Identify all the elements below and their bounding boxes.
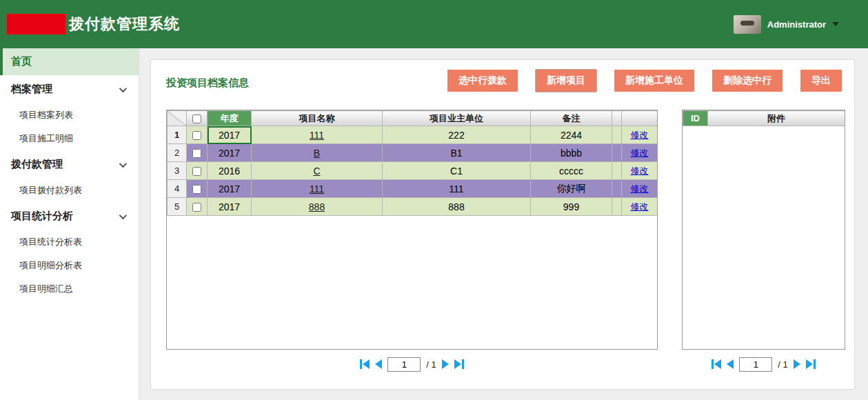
add-construction-unit-button[interactable]: 新增施工单位: [614, 70, 694, 92]
project-name-link[interactable]: 888: [309, 201, 325, 212]
table-row[interactable]: 52017888888999修改: [168, 198, 658, 216]
cell-owner-unit: C1: [383, 162, 531, 180]
app-title: 拨付款管理系统: [69, 14, 180, 34]
avatar: [734, 15, 761, 34]
header-owner-unit[interactable]: 项目业主单位: [383, 111, 531, 126]
first-page-button[interactable]: [711, 359, 721, 369]
table-row[interactable]: 22017BB1bbbb修改: [168, 144, 658, 162]
last-page-button[interactable]: [806, 359, 816, 369]
sidebar-group-archive-management[interactable]: 档案管理: [0, 75, 139, 103]
user-name: Administrator: [767, 19, 826, 30]
sidebar-item-project-construction-detail[interactable]: 项目施工明细: [0, 127, 139, 150]
sidebar-item-project-archive-list[interactable]: 项目档案列表: [0, 103, 139, 127]
edit-link[interactable]: 修改: [631, 148, 649, 158]
edit-link[interactable]: 修改: [631, 130, 649, 140]
header-spacer: [612, 111, 622, 126]
header-year[interactable]: 年度: [208, 111, 252, 126]
sidebar-item-label: 首页: [11, 55, 32, 67]
user-menu[interactable]: Administrator: [734, 15, 839, 34]
projects-table-container: 年度 项目名称 项目业主单位 备注 120171112222244修改22017…: [166, 110, 658, 350]
prev-page-button[interactable]: [727, 359, 734, 369]
cell-year[interactable]: 2016: [208, 162, 252, 180]
cell-year[interactable]: 2017: [208, 144, 252, 162]
header-id[interactable]: ID: [683, 111, 708, 126]
sidebar-item-project-payment-list[interactable]: 项目拨付款列表: [0, 179, 139, 202]
cell-edit[interactable]: 修改: [622, 162, 658, 180]
sidebar-item-label: 项目明细分析表: [19, 260, 82, 270]
cell-edit[interactable]: 修改: [622, 198, 658, 216]
select-all-checkbox[interactable]: [192, 114, 201, 123]
project-name-link[interactable]: 111: [310, 130, 324, 141]
sidebar-item-label: 项目档案列表: [19, 110, 73, 120]
sidebar-group-project-statistics[interactable]: 项目统计分析: [0, 202, 139, 230]
next-page-button[interactable]: [442, 359, 449, 369]
cell-owner-unit: 111: [383, 180, 531, 198]
project-name-link[interactable]: 111: [310, 183, 324, 194]
add-project-button[interactable]: 新增项目: [536, 70, 596, 92]
cell-project-name[interactable]: 111: [252, 126, 383, 144]
row-checkbox[interactable]: [192, 167, 201, 176]
sidebar-item-statistics-table[interactable]: 项目统计分析表: [0, 230, 139, 254]
cell-project-name[interactable]: C: [252, 162, 383, 180]
pay-selected-row-button[interactable]: 选中行拨款: [447, 70, 518, 92]
row-number: 3: [168, 162, 187, 180]
page-number-input[interactable]: [387, 357, 421, 372]
cell-year[interactable]: 2017: [208, 198, 252, 216]
sidebar-item-label: 项目明细汇总: [19, 283, 73, 294]
row-checkbox[interactable]: [192, 203, 201, 212]
row-checkbox-cell[interactable]: [187, 180, 208, 198]
export-button[interactable]: 导出: [800, 70, 842, 92]
row-checkbox[interactable]: [192, 185, 201, 194]
cell-edit[interactable]: 修改: [622, 126, 658, 144]
chevron-down-icon: [119, 211, 127, 219]
next-page-button[interactable]: [794, 359, 800, 369]
sidebar-item-detail-analysis-table[interactable]: 项目明细分析表: [0, 254, 139, 277]
row-checkbox-cell[interactable]: [187, 144, 208, 162]
cell-year[interactable]: 2017: [208, 180, 252, 198]
edit-link[interactable]: 修改: [631, 183, 649, 194]
content-panel: 投资项目档案信息 选中行拨款 新增项目 新增施工单位 删除选中行 导出: [150, 59, 855, 390]
table-row[interactable]: 120171112222244修改: [168, 126, 658, 144]
last-page-button[interactable]: [454, 359, 464, 369]
edit-link[interactable]: 修改: [631, 201, 649, 212]
cell-edit[interactable]: 修改: [622, 180, 658, 198]
prev-page-button[interactable]: [375, 359, 382, 369]
row-checkbox-cell[interactable]: [187, 126, 208, 144]
project-name-link[interactable]: B: [314, 148, 320, 159]
page-total-label: / 1: [778, 359, 787, 370]
cell-remark: ccccc: [531, 162, 612, 180]
page-number-input[interactable]: [739, 357, 772, 372]
row-checkbox-cell[interactable]: [187, 162, 208, 180]
cell-project-name[interactable]: 888: [252, 198, 383, 216]
header-attachment[interactable]: 附件: [708, 111, 845, 126]
row-checkbox[interactable]: [192, 149, 201, 158]
row-number: 1: [168, 126, 187, 144]
projects-pagination: / 1: [166, 355, 658, 373]
row-number: 4: [168, 180, 187, 198]
cell-remark: 你好啊: [531, 180, 612, 198]
header-remark[interactable]: 备注: [531, 111, 612, 126]
row-checkbox-cell[interactable]: [187, 198, 208, 216]
edit-link[interactable]: 修改: [631, 166, 649, 176]
project-name-link[interactable]: C: [313, 166, 320, 177]
sidebar-item-label: 项目施工明细: [19, 133, 73, 143]
row-number: 2: [168, 144, 187, 162]
first-page-button[interactable]: [360, 359, 370, 369]
header-project-name[interactable]: 项目名称: [252, 111, 383, 126]
cell-owner-unit: 888: [383, 198, 531, 216]
sidebar-item-home[interactable]: 首页: [0, 48, 139, 75]
cell-year[interactable]: 2017: [208, 126, 252, 144]
select-all-cell[interactable]: [187, 111, 208, 126]
sidebar-item-detail-summary[interactable]: 项目明细汇总: [0, 277, 139, 301]
delete-selected-row-button[interactable]: 删除选中行: [712, 70, 783, 92]
row-checkbox[interactable]: [192, 131, 201, 140]
sidebar-group-payment-management[interactable]: 拨付款管理: [0, 150, 139, 179]
table-row[interactable]: 42017111111你好啊修改: [168, 180, 658, 198]
cell-owner-unit: 222: [383, 126, 531, 144]
cell-project-name[interactable]: 111: [252, 180, 383, 198]
sidebar-item-label: 项目拨付款列表: [19, 185, 82, 195]
sidebar-group-label: 档案管理: [11, 83, 52, 96]
cell-project-name[interactable]: B: [252, 144, 383, 162]
cell-edit[interactable]: 修改: [622, 144, 658, 162]
table-row[interactable]: 32016CC1ccccc修改: [168, 162, 658, 180]
